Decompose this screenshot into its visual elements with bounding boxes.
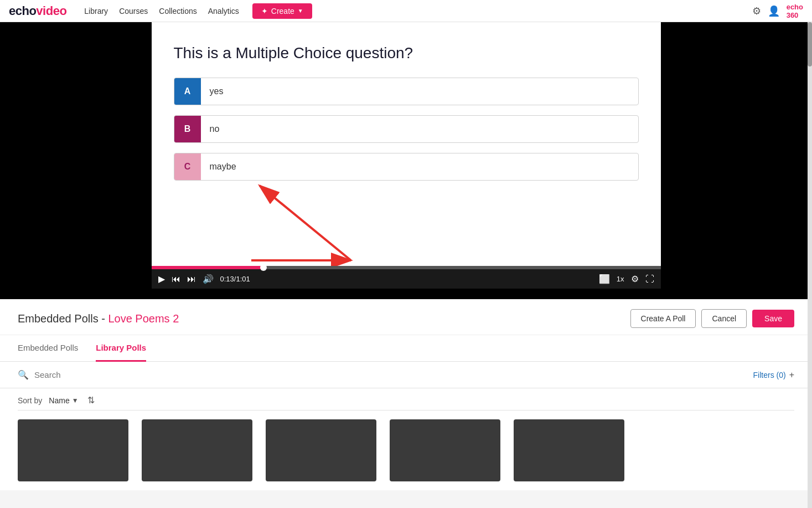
time-display: 0:13/1:01: [220, 275, 592, 283]
fullscreen-button[interactable]: ⛶: [645, 274, 654, 284]
create-poll-button[interactable]: Create A Poll: [630, 309, 696, 328]
video-controls: ▶ ⏮ ⏭ 🔊 0:13/1:01 ⬜ 1x ⚙ ⛶: [152, 266, 661, 289]
choice-a-row[interactable]: A yes: [174, 78, 639, 105]
video-content: This is a Multiple Choice question? A ye…: [152, 22, 661, 266]
tabs-row: Embedded Polls Library Polls: [0, 335, 812, 362]
nav-courses[interactable]: Courses: [119, 7, 148, 16]
tab-embedded-polls[interactable]: Embedded Polls: [18, 335, 78, 362]
top-nav: echovideo Library Courses Collections An…: [0, 0, 812, 22]
thumb-img-4: [390, 419, 500, 481]
logo-text: echovideo: [9, 4, 66, 18]
thumbnail-2[interactable]: [142, 419, 252, 481]
volume-button[interactable]: 🔊: [203, 274, 214, 284]
save-button[interactable]: Save: [752, 310, 794, 327]
video-section: This is a Multiple Choice question? A ye…: [0, 22, 812, 299]
speed-label[interactable]: 1x: [617, 275, 624, 283]
thumbnail-4[interactable]: [390, 419, 500, 481]
thumbnail-3[interactable]: [266, 419, 376, 481]
create-icon: ✦: [261, 7, 268, 16]
choice-a-text: yes: [201, 80, 638, 103]
thumb-img-2: [142, 419, 252, 481]
controls-row: ▶ ⏮ ⏭ 🔊 0:13/1:01 ⬜ 1x ⚙ ⛶: [152, 269, 661, 289]
polls-header: Embedded Polls - Love Poems 2 Create A P…: [0, 299, 812, 335]
question-title: This is a Multiple Choice question?: [174, 44, 639, 62]
progress-bar[interactable]: [152, 266, 661, 269]
search-icon: 🔍: [18, 370, 29, 380]
choice-b-text: no: [201, 117, 638, 141]
thumbnail-5[interactable]: [514, 419, 624, 481]
settings-video-button[interactable]: ⚙: [631, 274, 639, 284]
account-icon[interactable]: 👤: [768, 5, 780, 17]
choice-c-row[interactable]: C maybe: [174, 153, 639, 181]
thumbnails-row: [0, 410, 812, 490]
nav-links: Library Courses Collections Analytics: [84, 7, 239, 16]
sort-label: Sort by: [18, 396, 42, 405]
nav-collections[interactable]: Collections: [159, 7, 196, 16]
progress-dot: [260, 264, 267, 271]
chevron-down-icon: ▼: [298, 8, 303, 14]
thumb-img-3: [266, 419, 376, 481]
nav-right: ⚙ 👤 echo360: [752, 3, 803, 19]
polls-separator: -: [101, 312, 108, 325]
create-label: Create: [271, 7, 294, 16]
controls-right: ⬜ 1x ⚙ ⛶: [599, 274, 654, 284]
settings-icon[interactable]: ⚙: [752, 5, 761, 17]
filters-plus-icon: +: [789, 370, 794, 380]
header-actions: Create A Poll Cancel Save: [630, 309, 794, 328]
sort-option: Name: [49, 396, 69, 405]
captions-button[interactable]: ⬜: [599, 274, 610, 284]
choice-b-letter: B: [174, 116, 201, 142]
sort-order-button[interactable]: ⇅: [87, 395, 95, 406]
bottom-panel: Embedded Polls - Love Poems 2 Create A P…: [0, 299, 812, 490]
create-button[interactable]: ✦ Create ▼: [252, 3, 312, 19]
svg-line-1: [260, 186, 351, 260]
polls-subtitle: Love Poems 2: [108, 312, 179, 325]
choice-a-letter: A: [174, 78, 201, 105]
progress-fill: [152, 266, 263, 269]
thumb-img-5: [514, 419, 624, 481]
choice-c-text: maybe: [201, 155, 638, 178]
sort-select[interactable]: Name ▼: [49, 396, 78, 405]
choice-b-row[interactable]: B no: [174, 115, 639, 143]
thumb-img-1: [18, 419, 128, 481]
sort-chevron-icon: ▼: [72, 397, 79, 404]
thumbnail-1[interactable]: [18, 419, 128, 481]
tab-library-polls[interactable]: Library Polls: [96, 335, 146, 362]
filters-button[interactable]: Filters (0) +: [753, 370, 794, 380]
polls-title-main: Embedded Polls: [18, 312, 99, 325]
rewind-button[interactable]: ⏮: [172, 274, 180, 284]
logo[interactable]: echovideo: [9, 4, 66, 18]
echo-badge: echo360: [787, 3, 803, 19]
scrollbar-thumb[interactable]: [808, 22, 812, 66]
forward-button[interactable]: ⏭: [187, 274, 196, 284]
play-button[interactable]: ▶: [158, 274, 165, 284]
polls-title: Embedded Polls - Love Poems 2: [18, 312, 179, 325]
sort-row: Sort by Name ▼ ⇅: [0, 388, 812, 410]
nav-analytics[interactable]: Analytics: [208, 7, 239, 16]
choice-c-letter: C: [174, 153, 201, 180]
nav-library[interactable]: Library: [84, 7, 108, 16]
scrollbar[interactable]: [808, 0, 812, 508]
search-input[interactable]: [34, 370, 748, 379]
search-row: 🔍 Filters (0) +: [0, 362, 812, 388]
cancel-button[interactable]: Cancel: [701, 309, 747, 328]
filters-label: Filters (0): [753, 371, 786, 379]
polls-title-area: Embedded Polls - Love Poems 2: [18, 312, 179, 325]
